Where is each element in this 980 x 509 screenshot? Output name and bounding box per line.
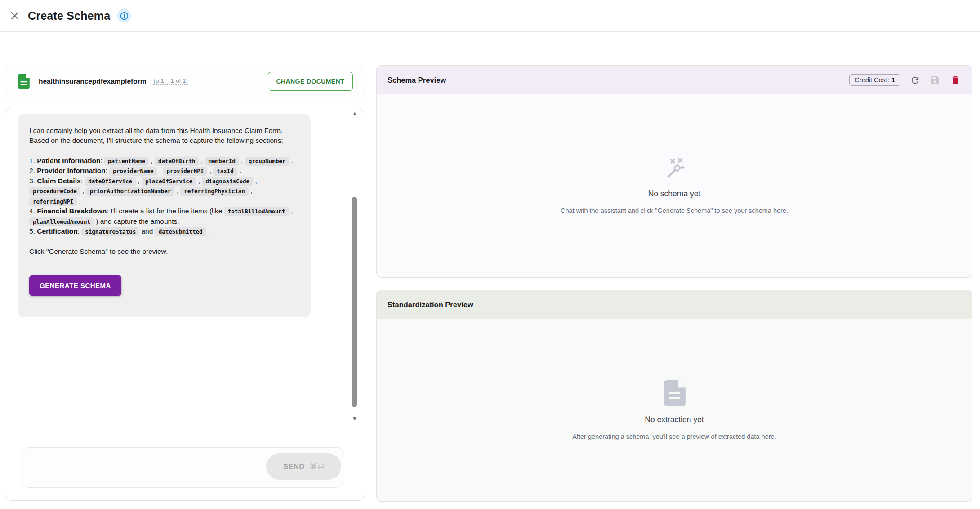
credit-cost-badge: Credit Cost: 1 <box>849 74 900 86</box>
scroll-down-icon[interactable]: ▼ <box>349 416 361 421</box>
trash-icon <box>950 75 960 85</box>
send-shortcut-icon: ⌘⏎ <box>309 462 324 472</box>
magic-wand-icon <box>663 158 686 180</box>
schema-field-chip: patientName <box>104 157 149 166</box>
send-button[interactable]: SEND ⌘⏎ <box>266 453 341 480</box>
generate-schema-button[interactable]: GENERATE SCHEMA <box>29 275 121 296</box>
schema-field-chip: priorAuthorizationNumber <box>86 187 175 196</box>
extraction-file-icon <box>663 380 686 406</box>
document-page-info[interactable]: (p.1 – 1 of 1) <box>153 77 188 85</box>
message-block-item: 3. Claim Details: dateOfService , placeO… <box>29 176 299 206</box>
schema-field-chip: dateOfService <box>85 177 136 186</box>
schema-field-chip: referringNPI <box>29 197 77 206</box>
schema-empty-subtitle: Chat with the assistant and click "Gener… <box>561 207 788 214</box>
schema-field-chip: providerNPI <box>163 167 208 176</box>
schema-preview-body: No schema yet Chat with the assistant an… <box>377 94 972 277</box>
chat-input-box: SEND ⌘⏎ <box>21 447 344 488</box>
schema-field-chip: procedureCode <box>29 187 80 196</box>
message-block-outro: Click "Generate Schema" to see the previ… <box>29 247 299 257</box>
schema-field-chip: groupNumber <box>245 157 290 166</box>
refresh-icon <box>910 75 920 85</box>
schema-empty-title: No schema yet <box>648 189 701 199</box>
send-button-label: SEND <box>283 462 305 471</box>
schema-field-chip: signatureStatus <box>81 227 139 236</box>
save-schema-button[interactable] <box>929 74 941 86</box>
message-block-item: 5. Certification: signatureStatus and da… <box>29 226 299 236</box>
save-icon <box>930 75 940 85</box>
document-name: healthinsurancepdfexampleform <box>39 77 146 85</box>
chat-scrollbar-thumb[interactable] <box>352 197 357 407</box>
schema-field-chip: placeOfService <box>142 177 196 186</box>
chat-input[interactable] <box>28 453 253 482</box>
schema-field-chip: dateSubmitted <box>155 227 206 236</box>
close-icon <box>9 10 20 21</box>
delete-schema-button[interactable] <box>949 74 961 86</box>
header: Create Schema <box>0 0 980 32</box>
message-block-item: 1. Patient Information: patientName , da… <box>29 156 299 166</box>
schema-field-chip: taxId <box>213 167 237 176</box>
refresh-button[interactable] <box>909 74 921 86</box>
section-label: Certification <box>37 227 77 235</box>
message-block-item: 2. Provider Information: providerName , … <box>29 166 299 176</box>
section-label: Financial Breakdown <box>37 207 107 215</box>
change-document-button[interactable]: CHANGE DOCUMENT <box>268 72 353 91</box>
credit-cost-value: 1 <box>891 76 895 84</box>
section-label: Claim Details <box>37 177 80 185</box>
extraction-empty-subtitle: After generating a schema, you'll see a … <box>572 433 776 440</box>
message-block-intro: I can certainly help you extract all the… <box>29 126 299 146</box>
extraction-empty-title: No extraction yet <box>645 415 704 425</box>
chat-panel: I can certainly help you extract all the… <box>5 108 364 501</box>
standardization-preview-header: Standardization Preview <box>377 290 972 319</box>
schema-preview-header: Schema Preview Credit Cost: 1 <box>377 66 972 94</box>
schema-field-chip: memberId <box>205 157 239 166</box>
credit-cost-label: Credit Cost: <box>855 76 889 84</box>
document-icon <box>18 74 30 89</box>
info-icon[interactable] <box>117 9 131 22</box>
assistant-message: I can certainly help you extract all the… <box>18 114 311 317</box>
scroll-up-icon[interactable]: ▲ <box>349 111 361 116</box>
message-block-item: 4. Financial Breakdown: I'll create a li… <box>29 206 299 226</box>
document-bar: healthinsurancepdfexampleform (p.1 – 1 o… <box>5 65 364 97</box>
schema-header-actions: Credit Cost: 1 <box>849 74 961 86</box>
schema-field-chip: providerName <box>109 167 157 176</box>
schema-field-chip: dateOfBirth <box>155 157 199 166</box>
section-label: Patient Information <box>37 157 100 164</box>
schema-preview-title: Schema Preview <box>388 76 446 84</box>
page-title: Create Schema <box>28 9 110 22</box>
section-label: Provider Information <box>37 167 105 174</box>
chat-message-blocks: I can certainly help you extract all the… <box>29 126 299 257</box>
standardization-preview-panel: Standardization Preview No extraction ye… <box>376 290 972 502</box>
schema-field-chip: planAllowedAmount <box>29 217 94 226</box>
standardization-preview-body: No extraction yet After generating a sch… <box>377 319 972 501</box>
schema-field-chip: totalBilledAmount <box>224 207 289 216</box>
schema-field-chip: diagnosisCode <box>202 177 253 186</box>
schema-preview-panel: Schema Preview Credit Cost: 1 <box>376 65 972 278</box>
schema-field-chip: referringPhysician <box>180 187 248 196</box>
standardization-preview-title: Standardization Preview <box>388 301 473 309</box>
close-button[interactable] <box>8 9 22 22</box>
